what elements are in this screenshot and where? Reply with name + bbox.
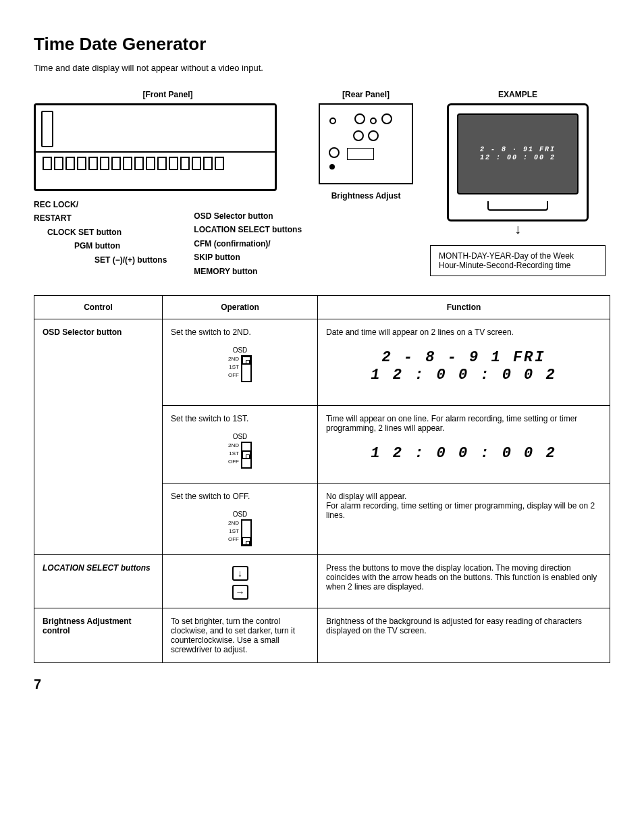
rear-panel-diagram bbox=[319, 103, 413, 184]
callout-set: SET (−)/(+) buttons bbox=[34, 253, 167, 267]
cell-func-1st: Time will appear on one line. For alarm … bbox=[318, 405, 610, 483]
tv-screen-line1: 2 - 8 · 91 FRI bbox=[480, 146, 556, 154]
seg-line1: 2 - 8 - 9 1 FRI bbox=[326, 349, 601, 367]
example-label: EXAMPLE bbox=[498, 90, 537, 99]
tick-2nd: 2ND bbox=[228, 442, 239, 450]
down-arrow-icon: ↓ bbox=[514, 221, 521, 237]
front-panel-diagram bbox=[34, 103, 277, 191]
seg-line1: 1 2 : 0 0 : 0 0 2 bbox=[326, 445, 601, 463]
cell-control-location: LOCATION SELECT buttons bbox=[34, 555, 163, 608]
osd-label: OSD bbox=[233, 433, 248, 440]
col-function: Function bbox=[318, 295, 610, 319]
seg-display-2nd: 2 - 8 - 9 1 FRI 1 2 : 0 0 : 0 0 2 bbox=[326, 349, 601, 385]
callout-clock-set: CLOCK SET button bbox=[34, 226, 167, 239]
tv-example-diagram: 2 - 8 · 91 FRI 12 : 00 : 00 2 ↓ bbox=[447, 103, 589, 221]
page-number: 7 bbox=[34, 677, 610, 692]
seg-line2: 1 2 : 0 0 : 0 0 2 bbox=[326, 367, 601, 384]
diagram-row: [Front Panel] REC LOCK/ RESTART CLOCK SE… bbox=[34, 90, 610, 278]
rear-panel-label: [Rear Panel] bbox=[342, 90, 390, 99]
tick-2nd: 2ND bbox=[228, 519, 239, 527]
tick-1st: 1ST bbox=[228, 363, 239, 371]
func-text: Time will appear on one line. For alarm … bbox=[326, 414, 601, 433]
callout-rec-lock: REC LOCK/ bbox=[34, 198, 167, 211]
callout-memory: MEMORY button bbox=[194, 265, 302, 278]
tick-off: OFF bbox=[228, 458, 239, 466]
tick-off: OFF bbox=[228, 371, 239, 380]
cell-control-brightness: Brightness Adjustment control bbox=[34, 608, 163, 663]
cell-op-location: ↓ → bbox=[163, 555, 318, 608]
col-control: Control bbox=[34, 295, 163, 319]
callout-osd-selector: OSD Selector button bbox=[194, 209, 302, 223]
controls-table: Control Operation Function OSD Selector … bbox=[34, 295, 610, 663]
front-panel-label: [Front Panel] bbox=[143, 90, 193, 99]
tick-1st: 1ST bbox=[228, 527, 239, 535]
cell-control-osd: OSD Selector button bbox=[34, 319, 163, 554]
example-legend-box: MONTH-DAY-YEAR-Day of the Week Hour-Minu… bbox=[430, 245, 606, 276]
seg-display-1st: 1 2 : 0 0 : 0 0 2 bbox=[326, 445, 601, 463]
tv-screen: 2 - 8 · 91 FRI 12 : 00 : 00 2 bbox=[457, 113, 579, 194]
tick-2nd: 2ND bbox=[228, 355, 239, 363]
legend-line1: MONTH-DAY-YEAR-Day of the Week bbox=[439, 251, 597, 261]
tick-1st: 1ST bbox=[228, 450, 239, 458]
osd-switch-1st: OSD 2ND 1ST OFF bbox=[171, 433, 309, 469]
callout-restart: RESTART bbox=[34, 211, 167, 225]
legend-line2: Hour-Minute-Second-Recording time bbox=[439, 261, 597, 270]
tv-screen-line2: 12 : 00 : 00 2 bbox=[480, 154, 556, 162]
cell-func-2nd: Date and time will appear on 2 lines on … bbox=[318, 319, 610, 405]
col-operation: Operation bbox=[163, 295, 318, 319]
page-title: Time Date Generator bbox=[34, 34, 610, 55]
arrow-down-button-icon: ↓ bbox=[232, 566, 248, 581]
cell-func-brightness: Brightness of the background is adjusted… bbox=[318, 608, 610, 663]
callout-location-select: LOCATION SELECT buttons bbox=[194, 223, 302, 236]
op-text: Set the switch to OFF. bbox=[171, 492, 309, 501]
callout-pgm: PGM button bbox=[34, 239, 167, 253]
front-panel-callouts: REC LOCK/ RESTART CLOCK SET button PGM b… bbox=[34, 198, 302, 278]
cell-op-brightness: To set brighter, turn the control clockw… bbox=[163, 608, 318, 663]
osd-label: OSD bbox=[233, 511, 248, 518]
op-text: Set the switch to 1ST. bbox=[171, 414, 309, 423]
tick-off: OFF bbox=[228, 535, 239, 544]
brightness-adjust-caption: Brightness Adjust bbox=[331, 191, 401, 201]
cell-op-off: Set the switch to OFF. OSD 2ND 1ST OFF bbox=[163, 484, 318, 555]
page-subtitle: Time and date display will not appear wi… bbox=[34, 63, 610, 73]
func-text: Date and time will appear on 2 lines on … bbox=[326, 328, 601, 337]
osd-switch-off: OSD 2ND 1ST OFF bbox=[171, 511, 309, 546]
cell-op-2nd: Set the switch to 2ND. OSD 2ND 1ST OFF bbox=[163, 319, 318, 405]
cell-func-off: No display will appear. For alarm record… bbox=[318, 484, 610, 555]
table-row: OSD Selector button Set the switch to 2N… bbox=[34, 319, 610, 405]
callout-skip: SKIP button bbox=[194, 251, 302, 264]
callout-cfm: CFM (confirmation)/ bbox=[194, 237, 302, 251]
op-text: Set the switch to 2ND. bbox=[171, 328, 309, 337]
osd-switch-2nd: OSD 2ND 1ST OFF bbox=[171, 346, 309, 382]
cell-op-1st: Set the switch to 1ST. OSD 2ND 1ST OFF bbox=[163, 405, 318, 483]
table-row: Brightness Adjustment control To set bri… bbox=[34, 608, 610, 663]
arrow-right-button-icon: → bbox=[232, 585, 248, 600]
cell-func-location: Press the buttons to move the display lo… bbox=[318, 555, 610, 608]
osd-label: OSD bbox=[233, 346, 248, 354]
table-row: LOCATION SELECT buttons ↓ → Press the bu… bbox=[34, 555, 610, 608]
